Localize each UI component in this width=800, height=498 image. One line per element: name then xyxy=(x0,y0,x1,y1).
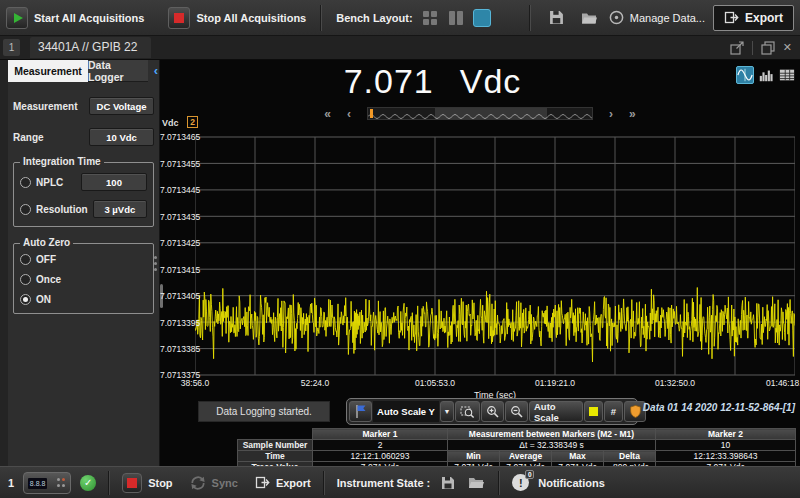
marker-flag-button[interactable] xyxy=(349,401,372,422)
layout-grid-icon[interactable] xyxy=(421,9,439,27)
x-tick: 38:56.0 xyxy=(181,378,209,388)
zoom-in-icon xyxy=(486,405,500,419)
chart-plot[interactable] xyxy=(195,130,795,377)
marker-table-corner xyxy=(238,429,313,440)
measurement-label: Measurement xyxy=(13,101,85,112)
resolution-radio[interactable] xyxy=(20,204,31,215)
trace-number-flag[interactable]: 2 xyxy=(187,116,198,128)
marker2-header: Marker 2 xyxy=(656,429,796,440)
toolbar-separator xyxy=(529,5,531,31)
layout-split-icon[interactable] xyxy=(447,9,465,27)
trace-color-button[interactable] xyxy=(584,401,603,422)
save-icon[interactable] xyxy=(545,6,569,30)
pan-next-icon[interactable]: › xyxy=(609,108,613,120)
chevron-down-icon: ▼ xyxy=(444,408,451,415)
collapse-panel-icon[interactable]: ‹ xyxy=(154,63,158,78)
sample-m2-value: 10 xyxy=(656,440,796,451)
resolution-value[interactable]: 3 µVdc xyxy=(93,200,147,218)
tab-data-logger[interactable]: Data Logger xyxy=(88,60,148,82)
zoom-in-button[interactable] xyxy=(481,401,504,422)
chart-toolbar: Auto Scale Y ▼ Auto Scale # xyxy=(346,398,638,425)
sample-number-button[interactable]: # xyxy=(604,401,623,422)
load-state-icon[interactable] xyxy=(466,471,486,495)
measurement-panel: Measurement Data Logger ‹ Measurement DC… xyxy=(8,60,160,466)
nplc-radio[interactable] xyxy=(20,177,31,188)
hash-label: # xyxy=(607,406,620,417)
sample-m1-value: 2 xyxy=(313,440,448,451)
pan-window[interactable] xyxy=(435,108,547,119)
range-label: Range xyxy=(13,132,85,143)
autoscale-y-dropdown-button[interactable]: ▼ xyxy=(440,401,454,422)
trace-color-swatch-icon xyxy=(589,407,598,416)
between-markers-header: Measurement between Markers (M2 - M1) xyxy=(448,429,656,440)
zoom-out-button[interactable] xyxy=(505,401,528,422)
instrument-status-bar: 1 8.8.8 ✓ Stop Sync Export Instrument St… xyxy=(0,466,800,498)
time-m2-value: 12:12:33.398643 xyxy=(656,451,796,462)
time-m1-value: 12:12:1.060293 xyxy=(313,451,448,462)
logging-status-message: Data Logging started. xyxy=(198,401,330,422)
layout-single-icon[interactable] xyxy=(473,9,491,27)
pan-last-icon[interactable]: » xyxy=(629,108,636,120)
auto-zero-off-radio[interactable] xyxy=(20,254,31,265)
start-all-acquisitions-button[interactable]: Start All Acquisitions xyxy=(6,7,144,29)
y-tick: 7.0713395 xyxy=(160,318,193,328)
start-all-label: Start All Acquisitions xyxy=(34,12,144,24)
trace-view-button[interactable] xyxy=(736,66,754,84)
sync-button[interactable]: Sync xyxy=(190,475,238,491)
zoom-region-button[interactable] xyxy=(455,401,480,422)
measurement-select[interactable]: DC Voltage xyxy=(89,97,154,115)
x-tick: 01:32:50.0 xyxy=(655,378,695,388)
sync-label: Sync xyxy=(212,477,238,489)
sample-number-label: Sample Number xyxy=(238,440,313,451)
table-view-button[interactable] xyxy=(778,66,796,84)
delta-header: Delta xyxy=(604,451,656,462)
left-edge-strip xyxy=(0,60,8,466)
restore-window-icon[interactable] xyxy=(761,41,775,55)
statusbar-separator xyxy=(323,471,325,495)
stop-button[interactable]: Stop xyxy=(122,473,172,493)
integration-time-group: Integration Time NPLC 100 Resolution 3 µ… xyxy=(13,162,154,227)
instrument-tab-bar: 1 34401A // GPIB 22 ✕ xyxy=(0,36,800,60)
max-header: Max xyxy=(552,451,604,462)
manage-data-button[interactable]: Manage Data... xyxy=(609,10,705,25)
stop-all-acquisitions-button[interactable]: Stop All Acquisitions xyxy=(168,7,306,29)
auto-zero-on-radio[interactable] xyxy=(20,294,31,305)
autoscale-button[interactable]: Auto Scale xyxy=(529,401,583,422)
close-icon[interactable]: ✕ xyxy=(783,41,792,54)
time-label: Time xyxy=(238,451,313,462)
zoom-out-icon xyxy=(510,405,524,419)
stop-all-label: Stop All Acquisitions xyxy=(196,12,306,24)
notifications-icon[interactable]: ! 0 xyxy=(512,474,529,491)
manage-data-label: Manage Data... xyxy=(630,12,705,24)
tab-measurement[interactable]: Measurement xyxy=(8,60,88,82)
average-header: Average xyxy=(500,451,552,462)
pop-out-icon[interactable] xyxy=(730,41,744,55)
histogram-view-button[interactable] xyxy=(757,66,775,84)
y-tick: 7.0713445 xyxy=(160,185,193,195)
integration-time-title: Integration Time xyxy=(20,156,104,167)
auto-zero-on-label: ON xyxy=(36,294,51,305)
instrument-thumbnail[interactable]: 8.8.8 xyxy=(23,472,71,494)
pan-scrollbar[interactable] xyxy=(367,107,593,120)
save-state-icon[interactable] xyxy=(439,471,457,495)
range-select[interactable]: 10 Vdc xyxy=(89,128,154,146)
instrument-index: 1 xyxy=(8,477,14,489)
statusbar-separator xyxy=(108,471,110,495)
nplc-label: NPLC xyxy=(36,177,76,188)
auto-zero-once-radio[interactable] xyxy=(20,274,31,285)
pan-prev-icon[interactable]: ‹ xyxy=(347,108,351,120)
panel-splitter-handle[interactable] xyxy=(154,256,157,271)
histogram-icon xyxy=(758,67,774,83)
export-button[interactable]: Export xyxy=(713,5,794,31)
pan-first-icon[interactable]: « xyxy=(324,108,331,120)
pan-strip: « ‹ › » xyxy=(160,107,800,120)
disc-icon xyxy=(609,10,624,25)
instrument-tab[interactable]: 34401A // GPIB 22 xyxy=(30,37,151,58)
autoscale-label: Auto Scale xyxy=(530,401,582,423)
export-state-button[interactable]: Export xyxy=(255,475,311,490)
y-tick: 7.0713465 xyxy=(160,132,193,142)
autoscale-y-select[interactable]: Auto Scale Y xyxy=(373,401,439,422)
open-folder-icon[interactable] xyxy=(577,6,601,30)
nplc-input[interactable]: 100 xyxy=(81,173,147,191)
y-axis-unit-label: Vdc xyxy=(162,118,179,128)
